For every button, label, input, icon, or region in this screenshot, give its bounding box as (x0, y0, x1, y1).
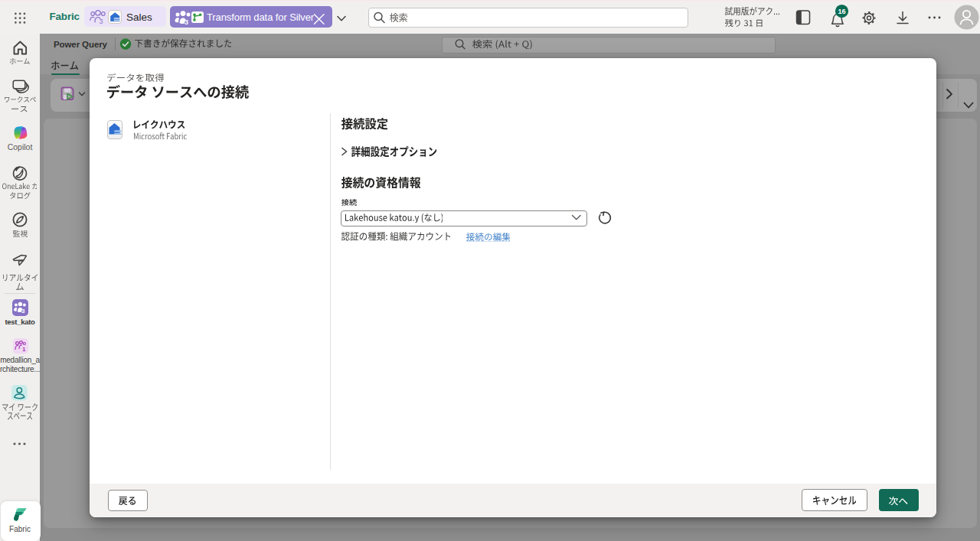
svg-text:3: 3 (21, 308, 25, 314)
svg-text:1: 1 (22, 346, 26, 353)
svg-text:3: 3 (185, 18, 188, 26)
svg-text:16: 16 (838, 8, 845, 15)
svg-text:3: 3 (100, 18, 103, 25)
